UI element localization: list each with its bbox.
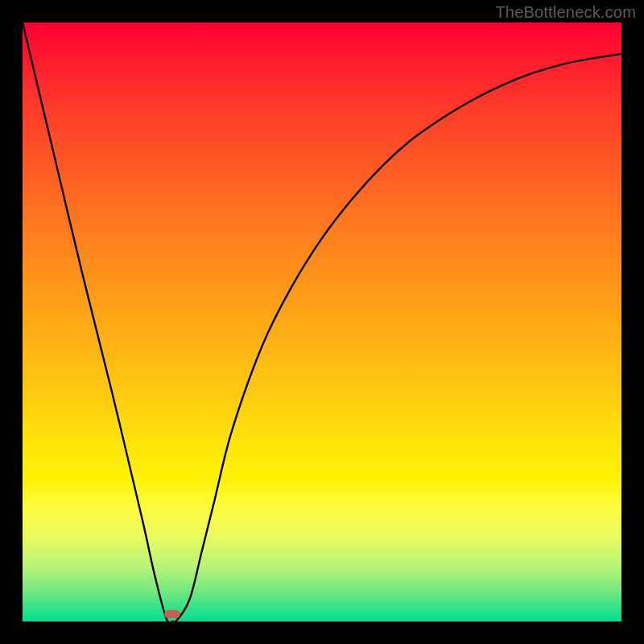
bottleneck-curve <box>23 23 621 621</box>
watermark-text: TheBottleneck.com <box>495 3 636 22</box>
plot-area <box>23 23 621 621</box>
optimal-marker <box>164 610 180 618</box>
curve-svg <box>23 23 621 621</box>
chart-frame: TheBottleneck.com <box>0 0 644 644</box>
